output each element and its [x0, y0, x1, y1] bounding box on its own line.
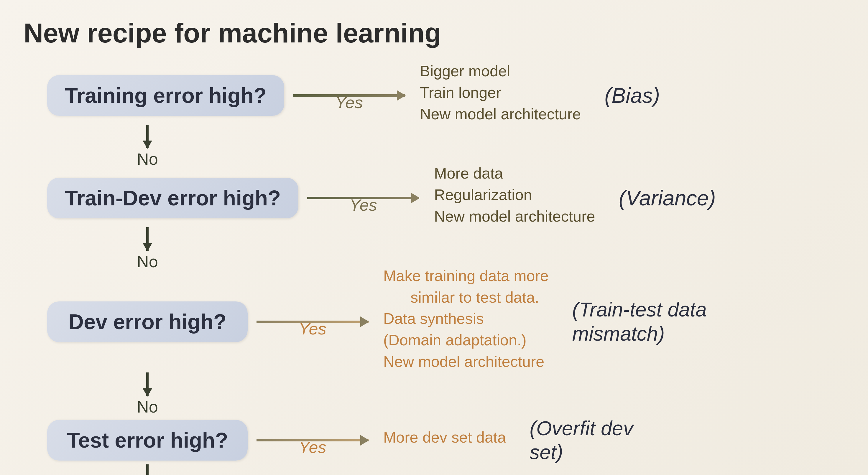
yes-label-1: Yes: [335, 93, 363, 112]
remedy-make-training: Make training data more: [383, 265, 549, 287]
box-training-error: Training error high?: [47, 75, 284, 116]
row-training-error: Training error high? Yes Bigger model Tr…: [47, 66, 844, 125]
box-dev-error: Dev error high?: [47, 302, 248, 342]
flowchart: Training error high? Yes Bigger model Tr…: [47, 66, 844, 475]
row-test-error: Test error high? Yes More dev set data (…: [47, 416, 844, 465]
remedy-new-arch-3: New model architecture: [383, 351, 549, 373]
slide: New recipe for machine learning Training…: [0, 0, 868, 475]
arrow-right-3: Yes: [253, 321, 369, 323]
slide-title: New recipe for machine learning: [24, 18, 844, 49]
remedy-more-dev-data: More dev set data: [383, 427, 506, 448]
bias-category: (Bias): [604, 84, 660, 107]
bias-remedies: Bigger model Train longer New model arch…: [420, 60, 581, 125]
test-right-section: Yes More dev set data (Overfit devset): [253, 416, 633, 465]
yes-label-3: Yes: [299, 319, 326, 338]
row-traindev-error: Train-Dev error high? Yes More data Regu…: [47, 168, 844, 227]
training-right-section: Yes Bigger model Train longer New model …: [290, 66, 660, 125]
traindev-right-section: Yes More data Regularization New model a…: [304, 168, 716, 227]
remedy-domain-adapt: (Domain adaptation.): [383, 329, 549, 351]
mismatch-category: (Train-test datamismatch): [572, 297, 707, 346]
remedy-regularization: Regularization: [434, 184, 595, 206]
row-dev-error: Dev error high? Yes Make training data m…: [47, 271, 844, 373]
arrow-down-4: No: [47, 465, 248, 475]
dev-right-section: Yes Make training data more similar to t…: [253, 271, 707, 373]
remedy-data-synthesis: Data synthesis: [383, 308, 549, 329]
no-label-1: No: [137, 149, 158, 168]
arrow-down-1: No: [47, 125, 248, 168]
variance-category: (Variance): [619, 186, 716, 210]
remedy-new-arch-2: New model architecture: [434, 206, 595, 227]
arrow-right-2: Yes: [304, 197, 419, 199]
box-test-error: Test error high?: [47, 420, 248, 461]
remedy-bigger-model: Bigger model: [420, 60, 581, 82]
arrow-down-2: No: [47, 227, 248, 271]
yes-label-2: Yes: [349, 195, 377, 215]
remedy-train-longer: Train longer: [420, 82, 581, 103]
arrow-down-3: No: [47, 373, 248, 416]
remedy-similar-test: similar to test data.: [401, 287, 549, 308]
arrow-right-4: Yes: [253, 439, 369, 441]
overfit-remedies: More dev set data: [383, 427, 506, 448]
variance-remedies: More data Regularization New model archi…: [434, 163, 595, 227]
overfit-category: (Overfit devset): [530, 416, 633, 465]
box-traindev-error: Train-Dev error high?: [47, 178, 299, 218]
no-label-3: No: [137, 397, 158, 416]
remedy-more-data: More data: [434, 163, 595, 184]
no-label-2: No: [137, 252, 158, 271]
arrow-right-1: Yes: [290, 94, 405, 97]
remedy-new-arch-1: New model architecture: [420, 103, 581, 125]
yes-label-4: Yes: [299, 438, 326, 457]
mismatch-remedies: Make training data more similar to test …: [383, 265, 549, 373]
